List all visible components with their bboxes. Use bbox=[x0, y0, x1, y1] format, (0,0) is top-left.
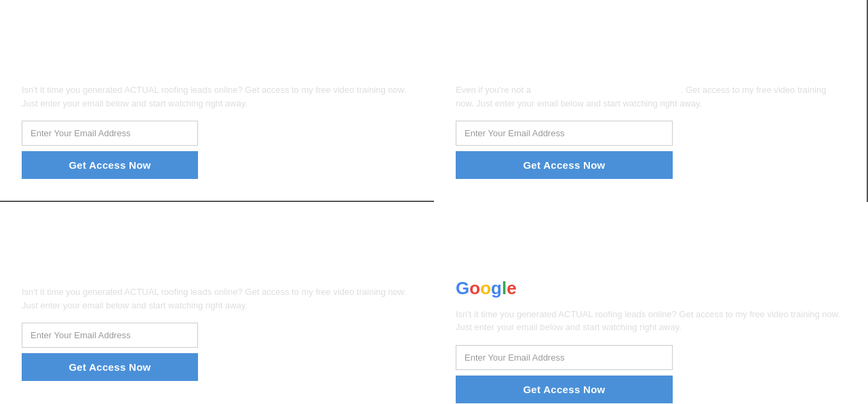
subtext-bold-2: tech-savvy roofing business owner bbox=[534, 85, 681, 95]
panel-4: Moy Consulting. FREE Video Training For … bbox=[434, 202, 868, 404]
email-input-3[interactable] bbox=[22, 323, 198, 348]
cta-button-4[interactable]: Get Access Now bbox=[456, 376, 673, 403]
subtext-3: Isn't it time you generated ACTUAL roofi… bbox=[22, 285, 412, 312]
cta-button-2[interactable]: Get Access Now bbox=[456, 151, 673, 179]
email-input-1[interactable] bbox=[22, 121, 198, 146]
logo-3: Moy Consulting. bbox=[338, 211, 420, 226]
subtext-1: Isn't it time you generated ACTUAL roofi… bbox=[22, 83, 412, 110]
panel-1: Moy Consulting. FREE Video Training For … bbox=[0, 0, 434, 202]
email-input-4[interactable] bbox=[456, 345, 673, 370]
headline-3: Learn The 3 Actionable Steps To Generati… bbox=[22, 233, 412, 277]
panel-2: Moy Consulting. FREE Video Training For … bbox=[434, 0, 868, 202]
cta-button-3[interactable]: Get Access Now bbox=[22, 353, 198, 381]
subtext-2: Even if you're not a tech-savvy roofing … bbox=[456, 83, 845, 110]
headline-1: Learn The How To Generate 30-50 Local Ro… bbox=[22, 31, 412, 75]
google-text: Google bbox=[456, 278, 517, 298]
subtext-4: Isn't it time you generated ACTUAL roofi… bbox=[456, 308, 846, 334]
panel-3: Moy Consulting. FREE Video Training For … bbox=[0, 202, 434, 404]
headline-2: Learn The 3 Actionable Steps To Generati… bbox=[456, 31, 845, 75]
logo-4: Moy Consulting. bbox=[772, 211, 854, 226]
headline-4: Learn The 3 Simple Steps To Generating 3… bbox=[456, 233, 846, 300]
email-input-2[interactable] bbox=[456, 121, 673, 146]
cta-button-1[interactable]: Get Access Now bbox=[22, 151, 198, 179]
logo-1: Moy Consulting. bbox=[338, 9, 420, 24]
logo-2: Moy Consulting. bbox=[770, 9, 853, 24]
